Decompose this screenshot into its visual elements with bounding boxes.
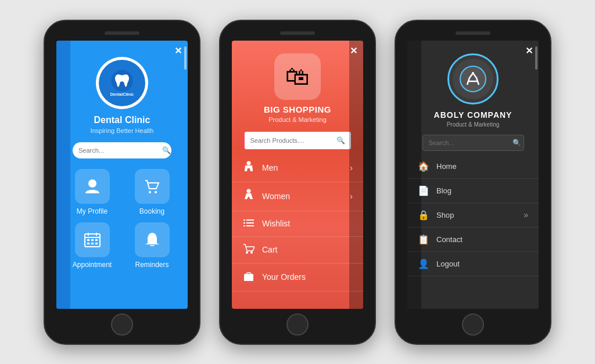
svg-rect-19 bbox=[246, 219, 254, 221]
svg-rect-13 bbox=[95, 243, 98, 244]
aboly-search-icon: 🔍 bbox=[512, 139, 521, 147]
person-icon bbox=[83, 177, 102, 196]
booking-icon-box bbox=[135, 169, 170, 204]
dental-menu-grid: My Profile Booking bbox=[56, 169, 188, 269]
phone-home-btn-1[interactable] bbox=[111, 313, 133, 336]
logout-icon: 👤 bbox=[418, 258, 429, 269]
aboly-contact-item[interactable]: 📋 Contact bbox=[407, 228, 539, 252]
home-icon: 🏠 bbox=[418, 161, 429, 172]
aboly-logo-inner bbox=[453, 59, 493, 99]
aboly-close-button[interactable]: ✕ bbox=[525, 45, 533, 56]
dental-my-profile-item[interactable]: My Profile bbox=[66, 169, 119, 215]
women-icon bbox=[242, 189, 255, 204]
shopping-app-title: BIG SHOPPING bbox=[264, 104, 331, 114]
booking-label: Booking bbox=[139, 207, 164, 215]
phone-shopping: ✕ 🛍 BIG SHOPPING Product & Marketing 🔍 bbox=[219, 20, 376, 345]
dental-appointment-item[interactable]: Appointment bbox=[66, 222, 119, 269]
phone-home-btn-2[interactable] bbox=[286, 313, 309, 336]
shopping-cart-icon bbox=[243, 243, 255, 254]
woman-figure-icon bbox=[243, 189, 254, 201]
svg-point-14 bbox=[247, 161, 251, 165]
bell-icon bbox=[143, 230, 162, 249]
my-profile-label: My Profile bbox=[77, 207, 107, 215]
aboly-app-title: ABOLY COMPANY bbox=[434, 110, 512, 120]
shopping-search-input[interactable] bbox=[250, 137, 333, 144]
aboly-app-screen: ✕ ABOLY COMPANY Product & Marketing bbox=[407, 41, 539, 309]
svg-rect-21 bbox=[246, 222, 254, 224]
your-orders-label: Your Orders bbox=[262, 272, 353, 282]
dental-scrollbar bbox=[184, 46, 187, 70]
appointment-icon-box bbox=[75, 222, 110, 257]
aboly-shop-item[interactable]: 🔒 Shop » bbox=[407, 203, 539, 228]
phone-speaker-1 bbox=[105, 31, 139, 35]
man-figure-icon bbox=[243, 161, 254, 172]
svg-rect-9 bbox=[91, 239, 94, 241]
home-label: Home bbox=[436, 162, 528, 171]
aboly-search-bar[interactable]: 🔍 bbox=[422, 135, 524, 151]
scene: ✕ DentalClinic Dental Clinic Inspiring B… bbox=[0, 0, 595, 364]
svg-point-1 bbox=[88, 179, 96, 188]
shopping-search-icon: 🔍 bbox=[336, 136, 345, 145]
dental-logo-inner: DentalClinic bbox=[99, 60, 145, 106]
men-label: Men bbox=[262, 163, 343, 172]
svg-point-3 bbox=[155, 191, 157, 193]
phone-aboly: ✕ ABOLY COMPANY Product & Marketing bbox=[395, 20, 551, 345]
tooth-icon bbox=[110, 69, 134, 92]
logout-label: Logout bbox=[436, 260, 528, 268]
shopping-app-subtitle: Product & Marketing bbox=[268, 116, 327, 123]
dental-app-title: Dental Clinic bbox=[94, 115, 150, 125]
dental-app-screen: ✕ DentalClinic Dental Clinic Inspiring B… bbox=[56, 41, 188, 309]
cart-icon bbox=[143, 177, 162, 196]
shopping-men-item[interactable]: Men › bbox=[232, 154, 363, 182]
blog-icon: 📄 bbox=[418, 185, 429, 196]
reminders-label: Reminders bbox=[135, 261, 169, 269]
wishlist-label: Wishlist bbox=[262, 219, 353, 228]
svg-point-24 bbox=[246, 251, 248, 254]
aboly-search-input[interactable] bbox=[429, 139, 509, 146]
shopping-search-bar[interactable]: 🔍 bbox=[244, 131, 352, 150]
dental-booking-item[interactable]: Booking bbox=[126, 169, 178, 215]
phone-speaker-2 bbox=[280, 31, 315, 35]
aboly-logout-item[interactable]: 👤 Logout bbox=[407, 252, 539, 276]
phone-dental: ✕ DentalClinic Dental Clinic Inspiring B… bbox=[44, 20, 200, 345]
shopping-bag-icon: 🛍 bbox=[285, 63, 310, 91]
phone-speaker-3 bbox=[456, 31, 490, 35]
shopping-women-item[interactable]: Women › bbox=[232, 182, 363, 211]
svg-rect-11 bbox=[87, 243, 89, 244]
aboly-blog-item[interactable]: 📄 Blog bbox=[407, 179, 539, 203]
svg-rect-23 bbox=[246, 225, 254, 226]
dental-close-button[interactable]: ✕ bbox=[174, 45, 182, 56]
wishlist-icon bbox=[242, 218, 255, 230]
shop-label: Shop bbox=[436, 211, 517, 219]
svg-rect-8 bbox=[87, 239, 89, 241]
contact-icon: 📋 bbox=[418, 234, 429, 245]
dental-logo-text: DentalClinic bbox=[110, 92, 134, 96]
men-chevron: › bbox=[350, 163, 353, 172]
aboly-app-subtitle: Product & Marketing bbox=[447, 121, 500, 128]
phone-screen-aboly: ✕ ABOLY COMPANY Product & Marketing bbox=[407, 41, 539, 309]
shopping-wishlist-item[interactable]: Wishlist bbox=[232, 211, 363, 237]
shopping-orders-item[interactable]: Your Orders bbox=[232, 264, 363, 291]
calendar-icon bbox=[83, 230, 102, 249]
shop-icon: 🔒 bbox=[418, 210, 429, 221]
dental-search-bar[interactable]: 🔍 bbox=[73, 142, 171, 158]
blog-label: Blog bbox=[436, 186, 528, 195]
phone-home-btn-3[interactable] bbox=[462, 313, 484, 336]
shopping-bag-orders-icon bbox=[243, 270, 255, 282]
dental-reminders-item[interactable]: Reminders bbox=[126, 222, 178, 269]
svg-point-29 bbox=[472, 72, 474, 74]
women-label: Women bbox=[262, 192, 343, 201]
svg-point-2 bbox=[149, 191, 151, 193]
svg-point-25 bbox=[250, 251, 253, 254]
dental-search-input[interactable] bbox=[78, 147, 159, 154]
shopping-app-screen: ✕ 🛍 BIG SHOPPING Product & Marketing 🔍 bbox=[232, 41, 363, 309]
shopping-close-button[interactable]: ✕ bbox=[350, 45, 357, 56]
aboly-home-item[interactable]: 🏠 Home bbox=[407, 154, 539, 179]
shopping-cart-item[interactable]: Cart bbox=[232, 237, 363, 264]
aboly-menu: 🏠 Home 📄 Blog 🔒 Shop » 📋 Contact bbox=[407, 154, 539, 276]
dental-logo: DentalClinic bbox=[96, 57, 148, 109]
svg-rect-27 bbox=[244, 274, 253, 276]
my-profile-icon-box bbox=[75, 169, 110, 204]
cart-label: Cart bbox=[262, 245, 353, 254]
aboly-logo-icon bbox=[459, 65, 487, 93]
